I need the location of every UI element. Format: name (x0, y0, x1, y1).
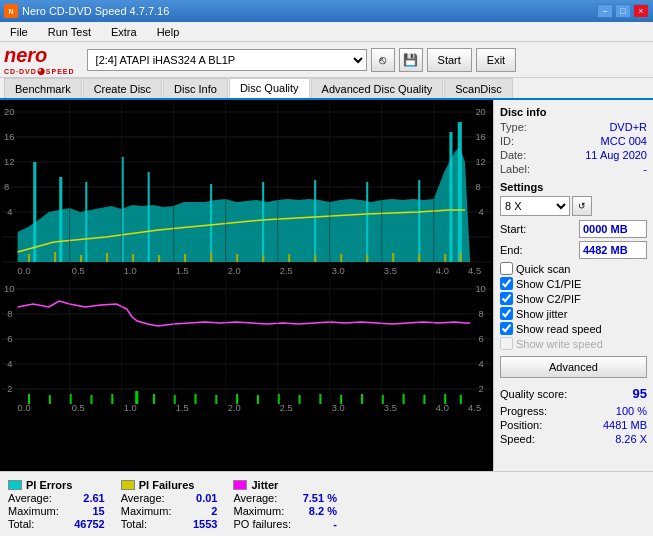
tab-benchmark[interactable]: Benchmark (4, 78, 82, 98)
svg-rect-95 (70, 394, 72, 404)
start-mb-input[interactable] (579, 220, 647, 238)
right-panel: Disc info Type: DVD+R ID: MCC 004 Date: … (493, 100, 653, 471)
svg-rect-53 (340, 254, 342, 262)
speed-selector[interactable]: 8 X (500, 196, 570, 216)
show-write-speed-checkbox[interactable] (500, 337, 513, 350)
drive-selector[interactable]: [2:4] ATAPI iHAS324 A BL1P (87, 49, 367, 71)
show-jitter-checkbox[interactable] (500, 307, 513, 320)
svg-rect-94 (49, 395, 51, 404)
svg-text:3.0: 3.0 (332, 266, 345, 276)
advanced-button[interactable]: Advanced (500, 356, 647, 378)
tab-advanced-disc-quality[interactable]: Advanced Disc Quality (311, 78, 444, 98)
show-read-speed-checkbox[interactable] (500, 322, 513, 335)
pi-errors-label: PI Errors (26, 479, 72, 491)
svg-rect-47 (184, 254, 186, 262)
speed-refresh-button[interactable]: ↺ (572, 196, 592, 216)
pi-errors-total-label: Total: (8, 518, 34, 530)
svg-rect-55 (392, 253, 394, 262)
exit-button[interactable]: Exit (476, 48, 516, 72)
quick-scan-row: Quick scan (500, 262, 647, 275)
tab-disc-quality[interactable]: Disc Quality (229, 78, 310, 98)
pi-errors-avg-value: 2.61 (65, 492, 105, 504)
svg-text:4.5: 4.5 (468, 403, 481, 413)
eject-icon-button[interactable]: ⎋ (371, 48, 395, 72)
quick-scan-label: Quick scan (516, 263, 570, 275)
end-mb-input[interactable] (579, 241, 647, 259)
svg-text:8: 8 (479, 309, 484, 319)
speed-label: Speed: (500, 433, 535, 445)
svg-rect-106 (299, 395, 301, 404)
progress-value: 100 % (616, 405, 647, 417)
svg-rect-104 (257, 395, 259, 404)
svg-rect-99 (153, 394, 155, 404)
svg-text:3.0: 3.0 (332, 403, 345, 413)
svg-rect-39 (449, 132, 452, 262)
svg-text:16: 16 (475, 132, 485, 142)
svg-text:8: 8 (4, 182, 9, 192)
svg-text:2: 2 (479, 384, 484, 394)
tab-create-disc[interactable]: Create Disc (83, 78, 162, 98)
disc-type-label: Type: (500, 121, 527, 133)
quality-score-label: Quality score: (500, 388, 567, 400)
top-chart: 20 16 12 8 4 20 16 12 8 4 0.0 0.5 1.0 1.… (2, 102, 491, 277)
pi-failures-avg-label: Average: (121, 492, 165, 504)
show-jitter-row: Show jitter (500, 307, 647, 320)
svg-text:3.5: 3.5 (384, 403, 397, 413)
show-c1pie-checkbox[interactable] (500, 277, 513, 290)
position-row: Position: 4481 MB (500, 419, 647, 431)
end-mb-row: End: (500, 241, 647, 259)
tab-bar: Benchmark Create Disc Disc Info Disc Qua… (0, 78, 653, 100)
maximize-button[interactable]: □ (615, 4, 631, 18)
minimize-button[interactable]: − (597, 4, 613, 18)
quick-scan-checkbox[interactable] (500, 262, 513, 275)
svg-text:0.5: 0.5 (72, 403, 85, 413)
svg-rect-30 (59, 177, 62, 262)
svg-rect-107 (319, 394, 321, 404)
jitter-avg-label: Average: (233, 492, 277, 504)
svg-rect-58 (460, 253, 462, 262)
show-c2pif-checkbox[interactable] (500, 292, 513, 305)
tab-disc-info[interactable]: Disc Info (163, 78, 228, 98)
menu-help[interactable]: Help (151, 24, 186, 40)
svg-text:12: 12 (475, 157, 485, 167)
progress-label: Progress: (500, 405, 547, 417)
menu-extra[interactable]: Extra (105, 24, 143, 40)
save-icon-button[interactable]: 💾 (399, 48, 423, 72)
svg-rect-34 (210, 184, 212, 262)
svg-rect-97 (111, 394, 113, 404)
svg-text:8: 8 (7, 309, 12, 319)
close-button[interactable]: × (633, 4, 649, 18)
svg-rect-43 (80, 255, 82, 262)
svg-rect-110 (382, 395, 384, 404)
disc-date-row: Date: 11 Aug 2020 (500, 149, 647, 161)
svg-rect-100 (174, 395, 176, 404)
speed-row: 8 X ↺ (500, 196, 647, 216)
main-content: 20 16 12 8 4 20 16 12 8 4 0.0 0.5 1.0 1.… (0, 100, 653, 536)
disc-date-label: Date: (500, 149, 526, 161)
jitter-color-box (233, 480, 247, 490)
jitter-label: Jitter (251, 479, 278, 491)
speed-row-info: Speed: 8.26 X (500, 433, 647, 445)
disc-label-value: - (643, 163, 647, 175)
pi-failures-color-box (121, 480, 135, 490)
svg-text:8: 8 (475, 182, 480, 192)
svg-rect-54 (366, 255, 368, 262)
settings-title: Settings (500, 181, 647, 193)
svg-rect-105 (278, 394, 280, 404)
svg-text:6: 6 (7, 334, 12, 344)
svg-rect-113 (444, 394, 446, 404)
pi-failures-total-value: 1553 (177, 518, 217, 530)
tab-scandisc[interactable]: ScanDisc (444, 78, 512, 98)
svg-rect-109 (361, 394, 363, 404)
svg-text:4.0: 4.0 (436, 403, 449, 413)
svg-rect-101 (194, 394, 196, 404)
bottom-stats-bar: PI Errors Average: 2.61 Maximum: 15 Tota… (0, 471, 653, 536)
menu-file[interactable]: File (4, 24, 34, 40)
start-button[interactable]: Start (427, 48, 472, 72)
quality-score-row: Quality score: 95 (500, 386, 647, 401)
position-label: Position: (500, 419, 542, 431)
pi-failures-group: PI Failures Average: 0.01 Maximum: 2 Tot… (121, 479, 218, 530)
pi-errors-max-value: 15 (65, 505, 105, 517)
menu-run-test[interactable]: Run Test (42, 24, 97, 40)
disc-info-title: Disc info (500, 106, 647, 118)
